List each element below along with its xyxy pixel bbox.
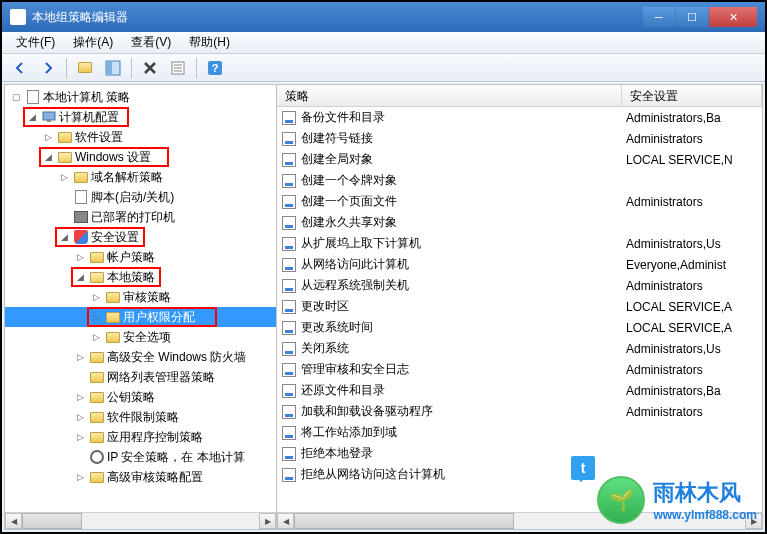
tree-security-settings[interactable]: ◢ 安全设置 [5,227,276,247]
scroll-right-button[interactable]: ▶ [259,513,276,529]
policy-icon [277,111,297,125]
policy-name: 加载和卸载设备驱动程序 [297,403,622,420]
tree-printers[interactable]: 已部署的打印机 [5,207,276,227]
tree-account-policies[interactable]: ▷ 帐户策略 [5,247,276,267]
expand-icon[interactable]: ▷ [89,330,103,344]
expand-icon[interactable]: ▷ [73,250,87,264]
tree-pane[interactable]: ▢ 本地计算机 策略 ◢ 计算机配置 ▷ 软件设置 ◢ Wind [5,85,277,529]
tree-public-key[interactable]: ▷ 公钥策略 [5,387,276,407]
menu-view[interactable]: 查看(V) [123,32,179,53]
expand-icon[interactable]: ▷ [73,470,87,484]
folder-icon [105,329,121,345]
list-row[interactable]: 从远程系统强制关机 Administrators [277,275,762,296]
tree-software-settings[interactable]: ▷ 软件设置 [5,127,276,147]
show-hide-button[interactable] [101,56,125,80]
list-row[interactable]: 创建一个令牌对象 [277,170,762,191]
col-policy[interactable]: 策略 [277,85,622,106]
expand-icon[interactable]: ▷ [73,390,87,404]
tree-app-control[interactable]: ▷ 应用程序控制策略 [5,427,276,447]
tree-hscroll[interactable]: ◀ ▶ [5,512,276,529]
expand-icon[interactable]: ▷ [57,170,71,184]
policy-security: Everyone,Administ [622,258,762,272]
maximize-button[interactable]: ☐ [676,7,708,27]
close-button[interactable]: ✕ [709,7,757,27]
tree-computer-config[interactable]: ◢ 计算机配置 [5,107,276,127]
folder-icon [89,389,105,405]
expand-icon[interactable]: ▷ [73,430,87,444]
col-security[interactable]: 安全设置 [622,85,762,106]
list-row[interactable]: 创建全局对象 LOCAL SERVICE,N [277,149,762,170]
list-pane: 策略 安全设置 备份文件和目录 Administrators,Ba 创建符号链接… [277,85,762,529]
list-row[interactable]: 创建永久共享对象 [277,212,762,233]
minimize-button[interactable]: ─ [643,7,675,27]
tree-software-restriction[interactable]: ▷ 软件限制策略 [5,407,276,427]
list-row[interactable]: 备份文件和目录 Administrators,Ba [277,107,762,128]
up-button[interactable] [73,56,97,80]
tree-root[interactable]: ▢ 本地计算机 策略 [5,87,276,107]
scroll-left-button[interactable]: ◀ [277,513,294,529]
scroll-left-button[interactable]: ◀ [5,513,22,529]
expand-icon[interactable]: ◢ [73,270,87,284]
list-row[interactable]: 加载和卸载设备驱动程序 Administrators [277,401,762,422]
delete-button[interactable] [138,56,162,80]
script-icon [73,189,89,205]
tree-ip-security[interactable]: IP 安全策略，在 本地计算 [5,447,276,467]
policy-icon [277,258,297,272]
tree-windows-settings[interactable]: ◢ Windows 设置 [5,147,276,167]
list-hscroll[interactable]: ◀ ▶ [277,512,762,529]
scroll-right-button[interactable]: ▶ [745,513,762,529]
tree-user-rights[interactable]: ▷ 用户权限分配 [5,307,276,327]
tree-scripts[interactable]: 脚本(启动/关机) [5,187,276,207]
tree-security-options[interactable]: ▷ 安全选项 [5,327,276,347]
policy-security: Administrators [622,279,762,293]
tree-network-list[interactable]: 网络列表管理器策略 [5,367,276,387]
list-row[interactable]: 更改时区 LOCAL SERVICE,A [277,296,762,317]
back-button[interactable] [8,56,32,80]
list-row[interactable]: 更改系统时间 LOCAL SERVICE,A [277,317,762,338]
list-row[interactable]: 管理审核和安全日志 Administrators [277,359,762,380]
policy-name: 关闭系统 [297,340,622,357]
tree-local-policies[interactable]: ◢ 本地策略 [5,267,276,287]
scroll-thumb[interactable] [22,513,82,529]
list-row[interactable]: 创建符号链接 Administrators [277,128,762,149]
expand-icon[interactable]: ◢ [41,150,55,164]
expand-icon[interactable]: ◢ [25,110,39,124]
tree-label: 用户权限分配 [123,309,195,326]
folder-icon [105,309,121,325]
list-body[interactable]: 备份文件和目录 Administrators,Ba 创建符号链接 Adminis… [277,107,762,512]
scroll-thumb[interactable] [294,513,514,529]
policy-name: 创建一个页面文件 [297,193,622,210]
expand-icon[interactable]: ▷ [89,290,103,304]
policy-name: 更改系统时间 [297,319,622,336]
help-button[interactable]: ? [203,56,227,80]
svg-rect-8 [43,112,55,120]
expand-icon[interactable]: ▷ [89,310,103,324]
list-row[interactable]: 拒绝从网络访问这台计算机 [277,464,762,485]
forward-button[interactable] [36,56,60,80]
shield-icon [89,449,105,465]
tree-audit-policy[interactable]: ▷ 审核策略 [5,287,276,307]
tree-dns-policy[interactable]: ▷ 域名解析策略 [5,167,276,187]
expand-icon[interactable]: ◢ [57,230,71,244]
list-row[interactable]: 从扩展坞上取下计算机 Administrators,Us [277,233,762,254]
list-row[interactable]: 创建一个页面文件 Administrators [277,191,762,212]
list-header: 策略 安全设置 [277,85,762,107]
menu-action[interactable]: 操作(A) [65,32,121,53]
window-title: 本地组策略编辑器 [32,9,643,26]
tree-advanced-audit[interactable]: ▷ 高级审核策略配置 [5,467,276,487]
expand-icon[interactable]: ▢ [9,90,23,104]
policy-security: Administrators,Us [622,237,762,251]
properties-button[interactable] [166,56,190,80]
expand-icon[interactable]: ▷ [73,410,87,424]
menu-help[interactable]: 帮助(H) [181,32,238,53]
tree-firewall[interactable]: ▷ 高级安全 Windows 防火墙 [5,347,276,367]
list-row[interactable]: 将工作站添加到域 [277,422,762,443]
expand-icon[interactable]: ▷ [73,350,87,364]
list-row[interactable]: 关闭系统 Administrators,Us [277,338,762,359]
list-row[interactable]: 还原文件和目录 Administrators,Ba [277,380,762,401]
list-row[interactable]: 拒绝本地登录 [277,443,762,464]
menu-file[interactable]: 文件(F) [8,32,63,53]
list-row[interactable]: 从网络访问此计算机 Everyone,Administ [277,254,762,275]
expand-icon[interactable]: ▷ [41,130,55,144]
folder-open-icon [89,269,105,285]
